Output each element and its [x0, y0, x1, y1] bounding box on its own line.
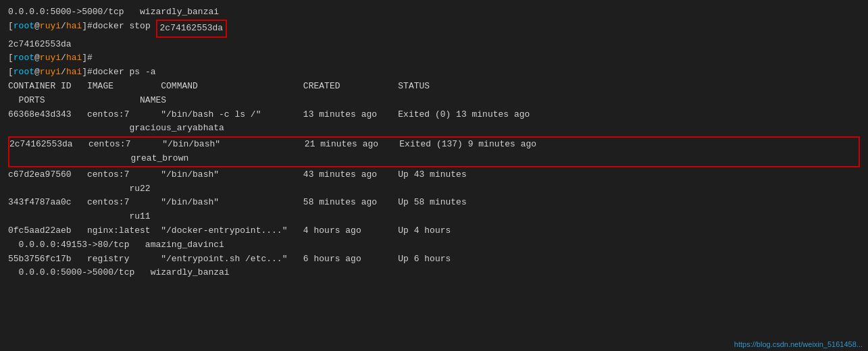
- cell-container-id-5: 0fc5aad22aeb nginx:latest "/docker-entry…: [8, 224, 451, 238]
- cell-name-1: gracious_aryabhata: [8, 122, 224, 136]
- table-row-0fc5aad22aeb-a: 0fc5aad22aeb nginx:latest "/docker-entry…: [8, 224, 860, 238]
- prompt-host: ruyi: [40, 20, 61, 38]
- cmd-docker-ps: docker ps -a: [93, 65, 156, 80]
- output-line-1: 0.0.0.0:5000->5000/tcp wizardly_banzai: [8, 5, 860, 20]
- output-text-1: 0.0.0.0:5000->5000/tcp wizardly_banzai: [8, 5, 219, 20]
- terminal: 0.0.0.0:5000->5000/tcp wizardly_banzai […: [0, 0, 868, 351]
- table-row-c67d2ea97560-b: ru22: [8, 182, 860, 196]
- table-row-2c74162553da-b: great_brown: [9, 152, 859, 166]
- prompt-slash: /: [61, 20, 66, 38]
- cell-ports-6: 0.0.0.0:5000->5000/tcp wizardly_banzai: [8, 266, 230, 280]
- cell-container-id-1: 66368e43d343 centos:7 "/bin/bash -c ls /…: [8, 108, 530, 122]
- output-container-id-echo: 2c74162553da: [8, 38, 72, 52]
- prompt-5: [: [8, 65, 14, 80]
- watermark: https://blog.csdn.net/weixin_5161458...: [734, 340, 863, 348]
- prompt-bracket-open: [: [8, 20, 14, 38]
- header-container-id: CONTAINER ID IMAGE COMMAND CREATED STATU…: [8, 80, 430, 94]
- highlighted-row-block: 2c74162553da centos:7 "/bin/bash" 21 min…: [8, 136, 860, 167]
- cell-name-2: great_brown: [9, 152, 188, 166]
- prompt-4: [: [8, 51, 14, 65]
- table-row-343f4787aa0c-b: ru11: [8, 210, 860, 224]
- table-row-66368e43d343-b: gracious_aryabhata: [8, 122, 860, 136]
- table-row-c67d2ea97560-a: c67d2ea97560 centos:7 "/bin/bash" 43 min…: [8, 168, 860, 182]
- header-ports-names: PORTS NAMES: [8, 94, 166, 108]
- highlighted-container-id: 2c74162553da: [156, 20, 228, 38]
- cell-name-3: ru22: [8, 182, 151, 196]
- prompt-at: @: [34, 20, 40, 38]
- cell-container-id-4: 343f4787aa0c centos:7 "/bin/bash" 58 min…: [8, 196, 467, 210]
- cell-container-id-2: 2c74162553da centos:7 "/bin/bash" 21 min…: [9, 138, 536, 152]
- cell-container-id-3: c67d2ea97560 centos:7 "/bin/bash" 43 min…: [8, 168, 467, 182]
- command-line-5: [root@ruyi/hai]#docker ps -a: [8, 65, 860, 80]
- output-line-3: 2c74162553da: [8, 38, 860, 52]
- cmd-docker-stop: docker stop: [93, 20, 156, 38]
- cell-name-4: ru11: [8, 210, 151, 224]
- prompt-dir: hai: [66, 20, 82, 38]
- table-row-55b3756fc17b-b: 0.0.0.0:5000->5000/tcp wizardly_banzai: [8, 266, 860, 280]
- table-row-2c74162553da-a: 2c74162553da centos:7 "/bin/bash" 21 min…: [9, 138, 859, 152]
- cell-ports-5: 0.0.0.0:49153->80/tcp amazing_davinci: [8, 238, 224, 252]
- table-row-343f4787aa0c-a: 343f4787aa0c centos:7 "/bin/bash" 58 min…: [8, 196, 860, 210]
- table-header-row1: CONTAINER ID IMAGE COMMAND CREATED STATU…: [8, 80, 860, 94]
- command-line-2: [root@ruyi/hai]#docker stop 2c74162553da: [8, 20, 860, 38]
- prompt-hash: #: [87, 20, 93, 38]
- table-row-55b3756fc17b-a: 55b3756fc17b registry "/entrypoint.sh /e…: [8, 252, 860, 267]
- command-line-4: [root@ruyi/hai]#: [8, 51, 860, 65]
- table-row-0fc5aad22aeb-b: 0.0.0.0:49153->80/tcp amazing_davinci: [8, 238, 860, 252]
- prompt-root: root: [14, 20, 34, 38]
- prompt-bracket-close: ]: [82, 20, 87, 38]
- table-header-row2: PORTS NAMES: [8, 94, 860, 108]
- cell-container-id-6: 55b3756fc17b registry "/entrypoint.sh /e…: [8, 252, 451, 267]
- table-row-66368e43d343-a: 66368e43d343 centos:7 "/bin/bash -c ls /…: [8, 108, 860, 122]
